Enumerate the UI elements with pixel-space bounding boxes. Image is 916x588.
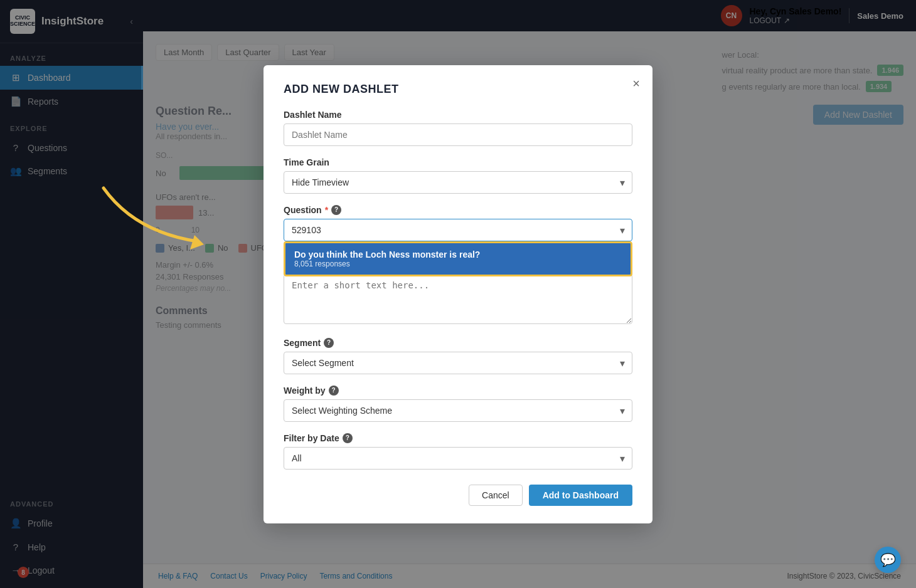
suggestion-count: 8,051 responses	[294, 260, 622, 268]
modal-close-btn[interactable]: ×	[632, 76, 640, 91]
filter-by-date-field: Filter by Date ? All Last 7 Days Last 30…	[284, 433, 632, 470]
modal-overlay: ADD NEW DASHLET × Dashlet Name Time Grai…	[0, 0, 916, 588]
filter-by-date-help-icon[interactable]: ?	[343, 433, 353, 443]
segment-field: Segment ? Select Segment	[284, 338, 632, 374]
filter-by-date-select-wrapper: All Last 7 Days Last 30 Days Last 90 Day…	[284, 447, 632, 470]
chat-icon: 💬	[880, 552, 896, 567]
cancel-button[interactable]: Cancel	[469, 485, 523, 506]
segment-label-text: Segment	[284, 338, 321, 348]
dashlet-name-input[interactable]	[284, 123, 632, 146]
add-dashlet-modal: ADD NEW DASHLET × Dashlet Name Time Grai…	[264, 65, 652, 523]
segment-help-icon[interactable]: ?	[324, 338, 334, 348]
weight-by-help-icon[interactable]: ?	[329, 386, 339, 396]
filter-by-date-label-text: Filter by Date	[284, 433, 339, 443]
question-input-wrapper: ▾ Do you think the Loch Ness monster is …	[284, 219, 632, 241]
question-input[interactable]	[284, 219, 632, 241]
filter-by-date-label: Filter by Date ?	[284, 433, 632, 443]
time-grain-select[interactable]: Hide Timeview Daily Weekly Monthly	[284, 171, 632, 194]
chat-support-bubble[interactable]: 💬	[875, 547, 901, 573]
question-label-text: Question	[284, 205, 322, 215]
filter-by-date-select[interactable]: All Last 7 Days Last 30 Days Last 90 Day…	[284, 447, 632, 470]
weight-by-label-text: Weight by	[284, 386, 326, 396]
segment-label: Segment ?	[284, 338, 632, 348]
dashlet-name-label: Dashlet Name	[284, 110, 632, 120]
question-label: Question * ?	[284, 205, 632, 215]
modal-footer: Cancel Add to Dashboard	[284, 485, 632, 506]
weight-by-field: Weight by ? Select Weighting Scheme	[284, 386, 632, 422]
time-grain-label: Time Grain	[284, 157, 632, 167]
description-field	[284, 274, 632, 327]
question-help-icon[interactable]: ?	[331, 205, 341, 215]
add-to-dashboard-button[interactable]: Add to Dashboard	[529, 485, 632, 506]
weight-by-select-wrapper: Select Weighting Scheme	[284, 399, 632, 422]
question-required: *	[325, 205, 328, 215]
weight-by-label: Weight by ?	[284, 386, 632, 396]
time-grain-select-wrapper: Hide Timeview Daily Weekly Monthly	[284, 171, 632, 194]
weight-by-select[interactable]: Select Weighting Scheme	[284, 399, 632, 422]
segment-select[interactable]: Select Segment	[284, 352, 632, 374]
question-suggestion-dropdown: Do you think the Loch Ness monster is re…	[284, 241, 632, 276]
modal-title: ADD NEW DASHLET	[284, 83, 632, 96]
dashlet-name-field: Dashlet Name	[284, 110, 632, 146]
suggestion-item-loch-ness[interactable]: Do you think the Loch Ness monster is re…	[285, 243, 631, 275]
time-grain-field: Time Grain Hide Timeview Daily Weekly Mo…	[284, 157, 632, 194]
segment-select-wrapper: Select Segment	[284, 352, 632, 374]
question-field: Question * ? ▾ Do you think the Loch Nes…	[284, 205, 632, 241]
description-textarea[interactable]	[284, 274, 632, 324]
suggestion-title: Do you think the Loch Ness monster is re…	[294, 249, 622, 260]
